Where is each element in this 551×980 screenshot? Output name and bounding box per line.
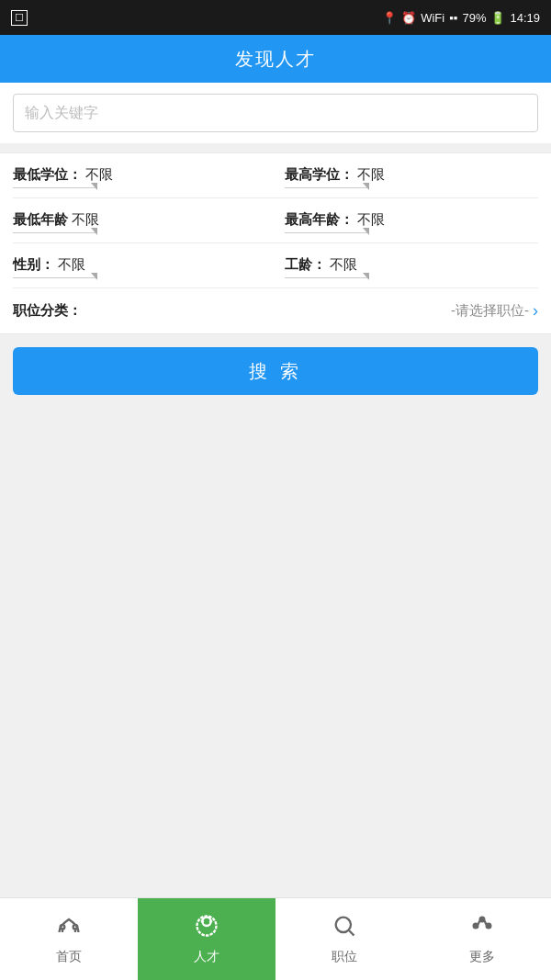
svg-line-6 [201,920,203,922]
jobs-icon [332,913,357,945]
tab-bar: 首页 人才 职位 [0,897,551,980]
gender-text: 性别： 不限 [13,256,266,274]
svg-line-14 [484,920,486,925]
max-degree-underline [285,187,367,188]
tab-talent-label: 人才 [194,949,219,965]
status-left: ☐ [11,10,28,26]
page-title: 发现人才 [235,47,316,72]
svg-line-9 [349,930,354,935]
min-degree-underline [13,187,96,188]
svg-line-7 [210,920,212,922]
filter-row-gender-workage: 性别： 不限 工龄： 不限 [13,243,538,288]
tab-talent[interactable]: 人才 [138,898,276,980]
min-age-underline [13,232,96,233]
tab-more[interactable]: 更多 [413,898,551,980]
status-right: 📍 ⏰ WiFi ▪▪ 79% 🔋 14:19 [382,11,540,25]
top-nav-bar: 发现人才 [0,35,551,83]
max-age-text: 最高年龄： 不限 [285,211,538,229]
arrow-right-icon: › [533,301,538,321]
job-category-placeholder: -请选择职位- [451,302,529,320]
work-age-text: 工龄： 不限 [285,256,538,274]
tab-home[interactable]: 首页 [0,898,138,980]
signal-icon: ▪▪ [449,11,457,25]
wifi-icon: WiFi [421,11,444,25]
svg-point-3 [73,925,78,929]
battery-icon: 🔋 [490,11,505,25]
min-degree-item[interactable]: 最低学位： 不限 [13,153,266,197]
location-icon: 📍 [382,11,397,25]
work-age-underline [285,277,367,278]
min-degree-text: 最低学位： 不限 [13,166,266,184]
alarm-icon: ⏰ [401,11,416,25]
search-input[interactable] [13,94,538,132]
svg-point-8 [336,918,351,932]
max-degree-text: 最高学位： 不限 [285,166,538,184]
svg-line-13 [478,920,479,925]
home-icon [56,913,82,945]
job-category-select[interactable]: -请选择职位- › [451,301,538,321]
min-age-text: 最低年龄 不限 [13,211,266,229]
filter-row-degree: 最低学位： 不限 最高学位： 不限 [13,153,538,198]
more-icon [469,913,495,945]
tab-home-label: 首页 [56,949,82,965]
search-container [0,83,551,143]
app-icon: ☐ [11,10,28,26]
filter-row-age: 最低年龄 不限 最高年龄： 不限 [13,198,538,243]
work-age-item[interactable]: 工龄： 不限 [266,243,538,287]
max-age-item[interactable]: 最高年龄： 不限 [266,198,538,242]
gender-underline [13,277,96,278]
min-age-item[interactable]: 最低年龄 不限 [13,198,266,242]
content-area [0,408,551,665]
status-bar: ☐ 📍 ⏰ WiFi ▪▪ 79% 🔋 14:19 [0,0,551,35]
search-button-container: 搜 索 [0,334,551,408]
search-button[interactable]: 搜 索 [13,347,538,395]
svg-point-2 [61,925,65,929]
job-category-row[interactable]: 职位分类： -请选择职位- › [13,288,538,333]
max-age-underline [285,232,367,233]
gender-item[interactable]: 性别： 不限 [13,243,266,287]
battery-percent: 79% [462,11,486,25]
tab-jobs[interactable]: 职位 [276,898,413,980]
tab-jobs-label: 职位 [332,949,357,965]
talent-icon [194,913,219,945]
max-degree-item[interactable]: 最高学位： 不限 [266,153,538,197]
tab-more-label: 更多 [469,949,495,965]
filter-panel: 最低学位： 不限 最高学位： 不限 最低年龄 不限 最高年龄： 不限 [0,152,551,334]
clock-time: 14:19 [510,11,540,25]
job-category-label: 职位分类： [13,302,82,320]
